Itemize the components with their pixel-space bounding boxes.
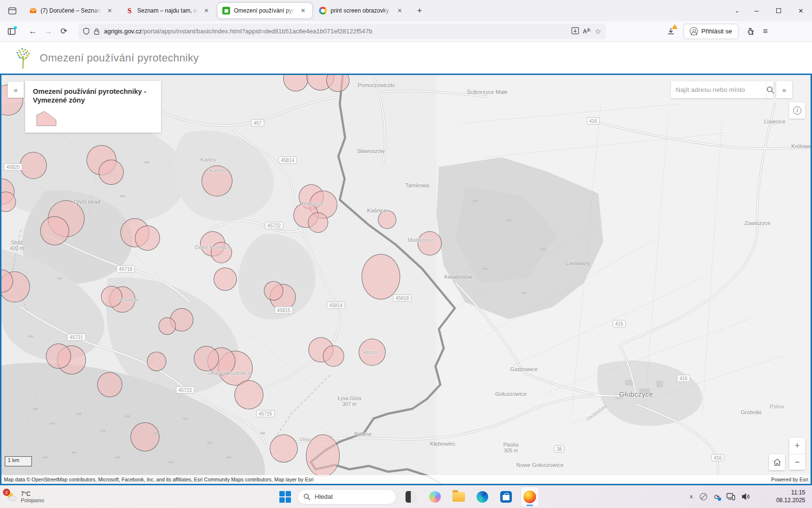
download-alert-badge (672, 24, 678, 29)
tree-symbol-icon: ♣♣ (101, 428, 105, 433)
map-place-label: Slezské Rudoltice (207, 370, 251, 376)
map-place-label: Królowe (791, 143, 811, 149)
hidden-icons-chevron[interactable]: ∧ (689, 493, 693, 500)
map-place-label: Kašnice (367, 208, 387, 214)
browser-toolbar: ← → ⟳ agrigis.gov.cz/portal/apps/instant… (0, 21, 812, 42)
taskbar-search-box[interactable]: Hledat (297, 489, 396, 505)
tree-symbol-icon: ♣♣ (115, 455, 120, 460)
map-place-label: Sławoszów (357, 148, 385, 154)
start-button[interactable] (279, 491, 291, 503)
shield-icon[interactable] (83, 28, 89, 35)
road-shield: 45814 (327, 302, 345, 309)
taskbar-search-label: Hledat (315, 493, 333, 500)
signin-label: Přihlásit se (701, 28, 732, 35)
list-all-tabs-icon[interactable]: ⌄ (729, 7, 745, 14)
home-icon (773, 458, 782, 466)
window-maximize-button[interactable] (768, 0, 790, 21)
map-canvas[interactable]: ♣♣♣♣♣♣♣♣♣♣♣♣♣♣♣♣♣♣♣♣♣♣♣♣♣♣♣♣♣♣♣♣♣♣♣♣♣♣♣♣… (1, 75, 811, 484)
address-search-input[interactable] (671, 81, 766, 98)
powered-by-esri: Powered by Esri (771, 477, 808, 482)
road-shield: 45723 (176, 387, 194, 394)
url-bar[interactable]: agrigis.gov.cz/portal/apps/instant/basic… (78, 24, 606, 39)
home-extent-button[interactable] (769, 454, 785, 470)
scale-bar: 1 km (5, 456, 32, 466)
notification-badge: 2 (3, 489, 10, 496)
search-icon (304, 493, 310, 500)
copilot-icon[interactable] (426, 487, 444, 507)
attribution-text: Map data © OpenStreetMap contributors, M… (4, 477, 314, 482)
tab-title: print screen obrazovky - Hledat (331, 7, 392, 14)
map-place-label: Kwiatoniów (444, 274, 472, 280)
clock-date: 08.12.2025 (776, 497, 805, 505)
translate-icon[interactable]: Aあ (583, 27, 591, 36)
sidebar-icon[interactable] (4, 24, 19, 39)
tab-close-icon[interactable]: ✕ (202, 6, 211, 15)
zoom-out-button[interactable]: − (789, 454, 805, 470)
info-button[interactable]: i (789, 103, 805, 119)
zoom-in-button[interactable]: + (789, 438, 805, 454)
search-icon[interactable] (766, 81, 774, 98)
address-search-box[interactable] (671, 81, 773, 98)
map-place-label: Grobniki (741, 409, 762, 416)
weather-widget[interactable]: 2 7°C Polojasno (5, 491, 77, 503)
tab-title: Omezení používání pyrotechni (234, 7, 295, 14)
panel-expand-button[interactable]: » (776, 81, 792, 98)
file-explorer-icon[interactable] (450, 487, 467, 507)
edge-icon[interactable] (474, 487, 491, 507)
map-place-label: Bohušov (302, 201, 323, 207)
reload-icon[interactable]: ⟳ (56, 24, 72, 39)
road-shield: 45718 (116, 266, 135, 273)
lock-icon[interactable] (94, 28, 100, 35)
road-shield: 457 (251, 120, 264, 127)
map-place-label: Zawiszyce (744, 220, 770, 226)
seznam-favicon: S (126, 7, 133, 15)
tab-close-icon[interactable]: ✕ (395, 6, 404, 15)
signin-button[interactable]: Přihlásit se (683, 24, 739, 39)
windows-taskbar: 2 7°C Polojasno Hledat ∧ (0, 485, 812, 508)
tab-title: (7) Doručené – Seznam Email (41, 7, 102, 14)
window-close-button[interactable]: ✕ (790, 0, 812, 21)
firefox-view-icon[interactable] (5, 3, 19, 18)
bookmark-star-icon[interactable]: ☆ (595, 27, 601, 36)
extensions-puzzle-icon[interactable] (742, 24, 758, 39)
window-minimize-button[interactable]: ─ (745, 0, 768, 21)
map-container[interactable]: ♣♣♣♣♣♣♣♣♣♣♣♣♣♣♣♣♣♣♣♣♣♣♣♣♣♣♣♣♣♣♣♣♣♣♣♣♣♣♣♣… (0, 74, 812, 485)
firefox-icon[interactable] (521, 487, 538, 507)
tab-close-icon[interactable]: ✕ (105, 6, 114, 15)
road-shield: 45815 (275, 307, 293, 314)
new-tab-button[interactable]: + (413, 4, 426, 17)
tree-symbol-icon: ♣♣ (43, 455, 47, 460)
tree-symbol-icon: ♣♣ (183, 416, 188, 421)
menu-hamburger-icon[interactable]: ≡ (758, 24, 773, 39)
browser-tab-1[interactable]: (7) Doručené – Seznam Email ✕ (24, 3, 119, 18)
tree-symbol-icon: ♣♣ (521, 290, 526, 295)
agrigis-favicon: ▣ (222, 7, 230, 15)
map-place-label: Rusín (363, 349, 377, 356)
road-shield: 416 (613, 320, 626, 328)
microsoft-store-icon[interactable] (497, 487, 515, 507)
legend-collapse-button[interactable]: « (8, 82, 24, 98)
tree-symbol-icon: ♣♣ (207, 440, 212, 445)
browser-tab-2[interactable]: S Seznam – najdu tam, co neznám ✕ (121, 3, 216, 18)
tree-symbol-icon: ♣♣ (154, 431, 159, 435)
do-not-disturb-icon[interactable] (700, 493, 707, 500)
zone-swatch (36, 110, 57, 126)
update-sync-icon[interactable]: ⟳ (714, 493, 720, 501)
tab-close-icon[interactable]: ✕ (299, 6, 307, 15)
map-place-label: Plaska 305 m (503, 442, 519, 453)
road-shield: 45725 (256, 410, 275, 418)
browser-tab-3-active[interactable]: ▣ Omezení používání pyrotechni ✕ (218, 3, 312, 18)
map-place-label: Lisięcice (764, 119, 785, 125)
connected-devices-icon[interactable] (726, 493, 735, 500)
volume-icon[interactable] (742, 493, 750, 500)
taskbar-clock[interactable]: 11:15 08.12.2025 (776, 489, 805, 504)
forward-icon[interactable]: → (41, 24, 56, 39)
back-icon[interactable]: ← (25, 24, 41, 39)
browser-tab-4[interactable]: print screen obrazovky - Hledat ✕ (314, 3, 409, 18)
downloads-icon[interactable] (663, 24, 679, 39)
save-page-icon[interactable] (571, 27, 579, 36)
task-view-icon[interactable] (403, 487, 420, 507)
tree-symbol-icon: ♣♣ (72, 450, 76, 455)
road-shield: 416 (587, 118, 600, 125)
google-favicon (319, 7, 327, 15)
